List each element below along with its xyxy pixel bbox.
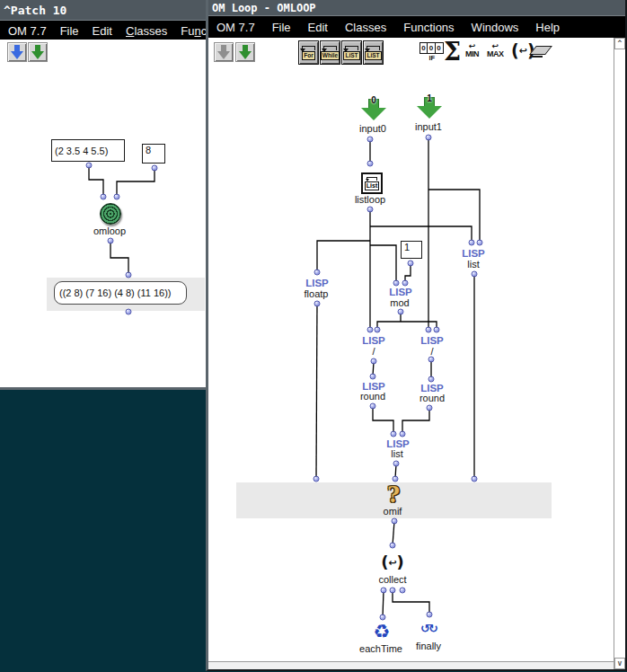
port-omloop-in2[interactable] xyxy=(114,194,120,200)
loop-eval-gray-button[interactable] xyxy=(214,42,234,62)
menu-edit[interactable]: Edit xyxy=(93,24,112,38)
desktop: { "left_window": { "title": "^Patch 10",… xyxy=(0,0,627,672)
input1-badge: 1 xyxy=(417,93,442,103)
port-input0-out[interactable] xyxy=(367,137,374,143)
result-value-box[interactable]: ((2 8) (7 16) (4 8) (11 16)) xyxy=(54,281,187,305)
port-one-out[interactable] xyxy=(408,261,414,267)
port-list-tr-in2[interactable] xyxy=(477,240,483,246)
list-value-box[interactable]: (2 3.5 4 5.5) xyxy=(51,139,125,162)
port-round-left-out[interactable] xyxy=(370,403,376,410)
lisp-list-tr-title[interactable]: LISP xyxy=(462,248,485,259)
max-tool-icon[interactable]: ↩ MAX xyxy=(487,42,504,58)
eachtime-label: eachTime xyxy=(359,643,402,654)
collect-icon[interactable]: (↩) xyxy=(381,553,404,571)
menu-classes[interactable]: Classes xyxy=(345,21,386,34)
lisp-floatp-title[interactable]: LISP xyxy=(305,278,329,288)
port-div-left-in1[interactable] xyxy=(367,327,374,333)
menu-om[interactable]: OM 7.7 xyxy=(8,24,47,38)
input0-label: input0 xyxy=(359,123,386,134)
finally-tool-icon[interactable] xyxy=(533,46,549,57)
port-omloop-in1[interactable] xyxy=(101,194,107,200)
loop-eval-green-button[interactable] xyxy=(235,42,255,62)
port-list-mid-out[interactable] xyxy=(393,461,400,467)
patch-window: ^Patch 10 OM 7.7 File Edit Classes Funct… xyxy=(0,0,206,390)
port-list-tr-out[interactable] xyxy=(472,271,478,278)
port-result-in[interactable] xyxy=(126,272,132,279)
one-value-box[interactable]: 1 xyxy=(401,241,422,259)
onlist-button[interactable]: LiST xyxy=(363,40,384,65)
lisp-div-right-title[interactable]: LISP xyxy=(420,335,444,346)
port-collect-in[interactable] xyxy=(390,543,396,549)
port-omloop-out[interactable] xyxy=(108,238,114,244)
port-div-left-out[interactable] xyxy=(371,358,377,365)
listloop-button[interactable]: LiST xyxy=(341,40,362,65)
lisp-div-left-title[interactable]: LISP xyxy=(362,335,385,346)
port-mod-out[interactable] xyxy=(398,309,404,315)
port-mod-in2[interactable] xyxy=(402,280,409,287)
menu-file[interactable]: File xyxy=(272,21,291,34)
patch-canvas[interactable]: (2 3.5 4 5.5) 8 omloop ((2 8) (7 16) (4 … xyxy=(0,40,206,387)
omloop-window: OM Loop - OMLOOP OM 7.7 File Edit Classe… xyxy=(206,0,627,671)
port-input1-out[interactable] xyxy=(426,135,432,141)
port-result-out[interactable] xyxy=(126,309,132,315)
menu-file[interactable]: File xyxy=(60,24,79,38)
port-round-left-in[interactable] xyxy=(370,374,376,380)
port-floatp-out[interactable] xyxy=(314,301,321,307)
menu-om[interactable]: OM 7.7 xyxy=(216,21,255,34)
port-list-tr-in1[interactable] xyxy=(469,240,475,246)
port-div-left-in2[interactable] xyxy=(375,327,381,333)
sum-tool-icon[interactable]: Σ xyxy=(444,40,461,63)
omif-tool-icon[interactable]: 000 IF xyxy=(420,42,444,62)
port-listloop-out[interactable] xyxy=(367,207,374,213)
horizontal-scrollbar[interactable] xyxy=(208,661,614,669)
port-list-mid-in1[interactable] xyxy=(391,431,397,438)
patch-window-titlebar[interactable]: ^Patch 10 xyxy=(0,0,206,21)
min-tool-icon[interactable]: ↩ MIN xyxy=(465,42,479,58)
patch-eval-blue-button[interactable] xyxy=(7,42,27,62)
forloop-button[interactable]: For xyxy=(298,40,319,65)
port-finally-in[interactable] xyxy=(427,612,433,618)
scroll-down-button[interactable]: v xyxy=(614,658,625,669)
menu-help[interactable]: Help xyxy=(535,21,560,34)
port-collect-out1[interactable] xyxy=(381,588,387,594)
lisp-mod-title[interactable]: LISP xyxy=(389,287,412,297)
port-floatp-in[interactable] xyxy=(314,270,321,276)
menu-functions[interactable]: Functi xyxy=(181,24,206,38)
patch-eval-green-button[interactable] xyxy=(28,42,48,62)
port-omif-in3[interactable] xyxy=(472,476,478,482)
omloop-label: omloop xyxy=(93,225,126,236)
input1-arrow-icon[interactable]: 1 xyxy=(417,97,442,119)
port-mod-in1[interactable] xyxy=(393,280,400,287)
omif-question-icon[interactable]: ? xyxy=(387,482,400,508)
port-list-mid-in2[interactable] xyxy=(400,431,406,438)
port-collect-out3[interactable] xyxy=(400,588,406,594)
port-div-right-out[interactable] xyxy=(428,357,435,363)
menu-edit[interactable]: Edit xyxy=(308,21,328,34)
listloop-icon[interactable]: List xyxy=(361,172,383,194)
port-div-right-in2[interactable] xyxy=(434,327,440,333)
port-collect-out2[interactable] xyxy=(390,588,396,594)
menu-windows[interactable]: Windows xyxy=(472,21,519,34)
port-omif-in2[interactable] xyxy=(393,476,399,482)
port-list-box-out[interactable] xyxy=(86,163,93,169)
omloop-icon[interactable] xyxy=(100,203,121,225)
scroll-up-button[interactable]: ^ xyxy=(614,38,625,49)
finally-icon[interactable]: ↺↻ xyxy=(420,622,437,635)
port-round-right-in[interactable] xyxy=(428,376,435,383)
menu-functions[interactable]: Functions xyxy=(403,21,454,34)
menu-classes[interactable]: Classes xyxy=(126,24,167,38)
omloop-window-titlebar[interactable]: OM Loop - OMLOOP xyxy=(208,0,625,16)
whileloop-button[interactable]: While xyxy=(320,40,340,65)
omloop-menubar: OM 7.7 File Edit Classes Functions Windo… xyxy=(208,16,625,39)
port-omif-out[interactable] xyxy=(392,518,398,525)
port-number-box-out[interactable] xyxy=(152,165,158,172)
number-value-box[interactable]: 8 xyxy=(142,144,165,164)
eachtime-icon[interactable]: ♻ xyxy=(374,621,391,642)
port-div-right-in1[interactable] xyxy=(426,327,432,333)
port-listloop-in[interactable] xyxy=(367,161,374,167)
port-round-right-out[interactable] xyxy=(427,405,433,411)
input0-arrow-icon[interactable]: 0 xyxy=(361,99,386,121)
vertical-scrollbar[interactable]: ^ v xyxy=(614,38,625,669)
port-eachtime-in[interactable] xyxy=(380,615,386,621)
port-omif-in1[interactable] xyxy=(314,476,320,482)
